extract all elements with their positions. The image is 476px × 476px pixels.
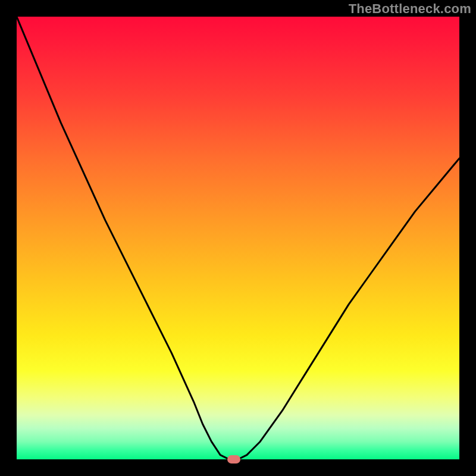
bottleneck-curve [17, 17, 459, 459]
chart-plot-area [17, 17, 459, 459]
chart-frame: TheBottleneck.com [0, 0, 476, 476]
optimum-marker [227, 455, 240, 464]
watermark-text: TheBottleneck.com [349, 1, 471, 17]
